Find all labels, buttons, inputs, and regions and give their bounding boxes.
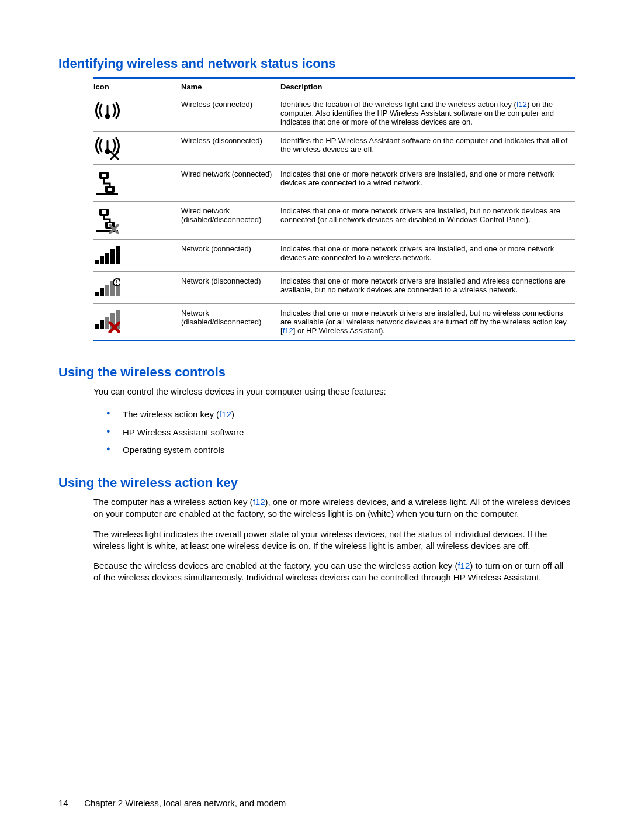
icons-table: Icon Name Description [93,77,575,341]
icon-name: Network (disconnected) [181,272,280,304]
wireless-connected-icon [93,100,176,121]
network-disconnected-icon: ! [93,276,176,299]
svg-point-1 [106,150,109,153]
svg-rect-14 [105,253,109,264]
svg-rect-25 [100,320,104,329]
table-row: Network (disabled/disconnected) Indicate… [93,304,575,341]
svg-rect-17 [95,292,99,296]
chapter-title: Chapter 2 Wireless, local area network, … [84,798,286,808]
col-header-description: Description [280,78,575,95]
table-row: Wired network (disabled/disconnected) In… [93,202,575,240]
table-row: Wireless (connected) Identifies the loca… [93,95,575,132]
svg-rect-3 [102,174,106,177]
action-key-paragraph: The computer has a wireless action key (… [93,496,573,520]
table-row: Wired network (connected) Indicates that… [93,165,575,202]
col-header-name: Name [181,78,280,95]
wired-network-connected-icon [93,170,176,196]
icon-description: Indicates that one or more network drive… [280,202,575,240]
controls-intro: You can control the wireless devices in … [93,386,573,397]
list-item: The wireless action key (f12) [106,406,573,423]
icon-description: Indicates that one or more network drive… [280,272,575,304]
page-number: 14 [58,798,82,808]
svg-rect-6 [96,193,118,195]
network-connected-icon [93,244,176,267]
icon-name: Wired network (disabled/disconnected) [181,202,280,240]
svg-rect-12 [95,260,99,264]
heading-using-wireless-action-key: Using the wireless action key [58,475,573,490]
svg-rect-15 [110,249,115,264]
list-item: Operating system controls [106,441,573,459]
svg-text:!: ! [116,279,117,286]
icon-name: Network (disabled/disconnected) [181,304,280,341]
icon-name: Network (connected) [181,240,280,272]
svg-point-0 [106,115,109,118]
svg-rect-5 [108,188,112,191]
icon-description: Indicates that one or more network drive… [280,165,575,202]
icon-description: Identifies the location of the wireless … [280,95,575,132]
table-row: ! Network (disconnected) Indicates that … [93,272,575,304]
controls-bullet-list: The wireless action key (f12) HP Wireles… [106,406,573,459]
svg-rect-8 [102,210,106,214]
heading-using-wireless-controls: Using the wireless controls [58,365,573,380]
wireless-disconnected-icon [93,136,176,160]
wired-network-disabled-icon [93,206,176,234]
svg-rect-18 [100,288,104,296]
col-header-icon: Icon [93,78,181,95]
action-key-paragraph: The wireless light indicates the overall… [93,528,573,552]
table-row: Wireless (disconnected) Identifies the H… [93,132,575,165]
svg-rect-19 [105,285,109,296]
action-key-paragraph: Because the wireless devices are enabled… [93,560,573,584]
list-item: HP Wireless Assistant software [106,424,573,441]
icon-description: Indicates that one or more network drive… [280,240,575,272]
svg-rect-24 [95,324,99,329]
icon-description: Identifies the HP Wireless Assistant sof… [280,132,575,165]
page-footer: 14 Chapter 2 Wireless, local area networ… [58,798,286,808]
table-row: Network (connected) Indicates that one o… [93,240,575,272]
svg-rect-13 [100,256,104,264]
heading-identifying-icons: Identifying wireless and network status … [58,56,573,71]
icon-name: Wireless (connected) [181,95,280,132]
network-disabled-icon [93,309,176,333]
svg-rect-16 [116,246,120,264]
icon-name: Wireless (disconnected) [181,132,280,165]
icon-description: Indicates that one or more network drive… [280,304,575,341]
icon-name: Wired network (connected) [181,165,280,202]
